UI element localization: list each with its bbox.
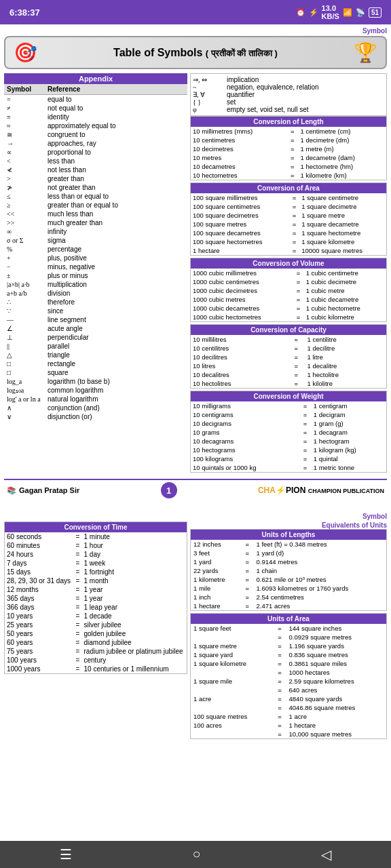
time-to: 1 year <box>81 585 187 594</box>
conv-eq: = <box>286 127 298 136</box>
table-row: ≥greater than or equal to <box>4 201 187 210</box>
equiv-eq: = <box>241 575 253 584</box>
symbol-cell: |a×b| a·b <box>4 280 45 289</box>
table-row: |a×b| a·bmultiplication <box>4 280 187 289</box>
equiv-to: 2.54 centimetres <box>254 593 386 601</box>
time-from: 60 seconds <box>5 532 73 541</box>
symbol-cell: << <box>4 210 45 218</box>
table-row: 10 decalitres=1 hectolitre <box>191 370 386 379</box>
time-from: 1000 years <box>5 665 73 673</box>
time-from: 24 hours <box>5 550 73 559</box>
conversion-tables: Conversion of Length10 millimetres (mms)… <box>190 116 387 473</box>
menu-icon[interactable]: ☰ <box>60 846 72 863</box>
conv-from: 10 centimetres <box>191 136 286 144</box>
symbol-cell: % <box>4 245 45 254</box>
table-row: 1 acre=4840 square yards <box>191 694 386 703</box>
conv-weight-header: Conversion of Weight <box>191 391 386 401</box>
table-row: 1 square feet=144 square inches <box>191 624 386 633</box>
conv-capacity-header: Conversion of Capacity <box>191 325 386 335</box>
reference-cell: therefore <box>45 298 187 307</box>
table-row: log' a or ln anatural logarithm <box>4 395 187 403</box>
symbol-cell: → <box>4 139 45 148</box>
author-block: 📚 Gagan Pratap Sir <box>7 486 79 495</box>
table-row: 100 acres=1 hectare <box>191 721 386 730</box>
symbol-cell: > <box>4 174 45 183</box>
time-eq: = <box>73 665 81 673</box>
conv-to: 1 cubic kilometre <box>304 313 386 321</box>
time-from: 100 years <box>5 656 73 665</box>
conv-from: 100 square metres <box>191 220 289 229</box>
table-row: 1000 cubic millimetres=1 cubic centimetr… <box>191 269 386 277</box>
back-icon[interactable]: ◁ <box>321 846 331 863</box>
reference-cell: greater than or equal to <box>45 201 187 210</box>
table-row: ∨disjunction (or) <box>4 412 187 421</box>
table-row: >>much greater than <box>4 218 187 227</box>
time-to: golden jubilee <box>81 629 187 638</box>
equiv-lengths: Units of Lengths12 inches=1 feet (ft) = … <box>190 529 387 611</box>
reference-cell: not greater than <box>45 183 187 192</box>
equiv-from: 100 acres <box>191 721 274 730</box>
equiv-from <box>191 730 274 738</box>
time-eq: = <box>73 541 81 550</box>
table-row: 10 hectolitres=1 kilolitre <box>191 379 386 388</box>
symbol-cell: ∝ <box>4 148 45 157</box>
symbol-cell: ∞ <box>4 227 45 236</box>
equiv-eq: = <box>274 730 286 738</box>
conv-to: 1 cubic centimetre <box>304 269 386 277</box>
conv-eq: = <box>287 370 305 379</box>
conv-eq: = <box>287 344 305 353</box>
wifi-icon: 📶 <box>343 8 352 17</box>
time-to: 1 week <box>81 559 187 568</box>
table-row: −minus, negative <box>4 262 187 271</box>
conv-from: 10 metres <box>191 153 286 162</box>
reference-cell: equal to <box>45 95 187 104</box>
conv-eq: = <box>293 295 303 304</box>
equiv-to: 1.196 square yards <box>286 642 386 650</box>
equiv-from: 100 square metres <box>191 712 274 721</box>
equiv-eq: = <box>274 712 286 721</box>
table-row: 100 square centimetres=1 square decimetr… <box>191 202 386 211</box>
conv-from: 1 hectare <box>191 246 289 255</box>
right-sym-row: { }set <box>193 98 384 106</box>
conv-eq: = <box>293 277 303 286</box>
table-row: 60 minutes=1 hour <box>5 541 187 550</box>
table-row: log₁₀acommon logarithm <box>4 386 187 395</box>
equiv-from: 1 square feet <box>191 624 274 633</box>
reference-cell: square <box>45 368 187 377</box>
equiv-to: 2.471 acres <box>254 601 386 610</box>
author-name: Gagan Pratap Sir <box>19 486 79 494</box>
equiv-from: 1 kilometre <box>191 575 241 584</box>
table-row: 1 square metre=1.196 square yards <box>191 642 386 650</box>
conv-volume-table: 1000 cubic millimetres=1 cubic centimetr… <box>191 269 386 321</box>
equiv-eq: = <box>241 601 253 610</box>
time-block: Conversion of Time 60 seconds=1 minute60… <box>4 521 187 674</box>
table-row: ≮not less than <box>4 165 187 174</box>
equiv-to: 1 feet (ft) = 0.348 metres <box>254 540 386 549</box>
conv-eq: = <box>286 153 298 162</box>
table-row: 1 hectare=2.471 acres <box>191 601 386 610</box>
conv-from: 100 square millimetres <box>191 193 289 202</box>
table-row: >greater than <box>4 174 187 183</box>
conv-area-table: 100 square millimetres=1 square centimet… <box>191 193 386 255</box>
conv-to: 1 hectogram <box>312 437 386 446</box>
battery-indicator: 51 <box>369 7 381 18</box>
time-display: 6:38:37 <box>10 7 40 18</box>
conv-to: 1 centigram <box>312 401 386 410</box>
conv-eq: = <box>293 304 303 313</box>
symbol-cell: ≥ <box>4 201 45 210</box>
symbol-cell: ⊥ <box>4 333 45 342</box>
home-icon[interactable]: ○ <box>192 846 200 863</box>
conv-to: 1 decametre (dam) <box>299 153 386 162</box>
symbol-cell: ∠ <box>4 324 45 333</box>
page-header: 🎯 Table of Symbols ( प्रतीकों की तालिका … <box>4 36 387 69</box>
conv-eq: = <box>299 401 312 410</box>
conv-from: 100 square decimetres <box>191 211 289 220</box>
table-row: 100 square metres=1 acre <box>191 712 386 721</box>
table-row: 10 metres=1 decametre (dam) <box>191 153 386 162</box>
table-row: 10 millilitres=1 centilitre <box>191 335 386 344</box>
main-content: Appendix Symbol Reference =equal to≠not … <box>4 73 387 475</box>
symbol-cell: log₁₀a <box>4 386 45 395</box>
table-row: log_alogarithm (to base b) <box>4 377 187 386</box>
symbol-cell: log' a or ln a <box>4 395 45 403</box>
table-row: 10 hectograms=1 kilogram (kg) <box>191 446 386 454</box>
